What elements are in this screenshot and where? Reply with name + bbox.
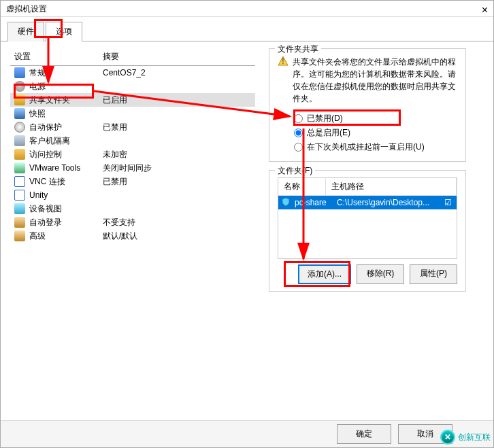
setting-icon xyxy=(14,190,25,201)
tab-bar: 硬件 选项 xyxy=(1,21,493,41)
radio-until-input[interactable] xyxy=(294,143,303,152)
share-group: 文件夹共享 ! 共享文件夹会将您的文件显示给虚拟机中的程序。这可能为您的计算机和… xyxy=(269,48,466,162)
setting-name: 设备视图 xyxy=(29,203,103,215)
setting-icon xyxy=(14,217,25,228)
warning-icon: ! xyxy=(278,56,289,67)
close-icon[interactable]: × xyxy=(482,2,488,18)
folder-buttons: 添加(A)... 移除(R) 属性(P) xyxy=(278,264,457,284)
setting-name: 快照 xyxy=(29,108,103,120)
warning-row: ! 共享文件夹会将您的文件显示给虚拟机中的程序。这可能为您的计算机和数据带来风险… xyxy=(278,56,457,105)
ok-button[interactable]: 确定 xyxy=(337,424,391,444)
folder-name: pc-share xyxy=(295,198,337,207)
window-title: 虚拟机设置 xyxy=(6,4,47,14)
setting-name: 自动登录 xyxy=(29,217,103,228)
setting-name: 访问控制 xyxy=(29,149,103,160)
setting-icon xyxy=(14,108,25,119)
settings-list-header: 设置 摘要 xyxy=(10,48,255,66)
setting-name: 电源 xyxy=(29,81,103,92)
folders-table: 名称 主机路径 pc-share C:\Users\gavin\Desktop.… xyxy=(278,177,457,259)
setting-icon xyxy=(14,67,25,78)
setting-icon xyxy=(14,149,25,160)
setting-item[interactable]: 设备视图 xyxy=(10,202,255,216)
setting-icon xyxy=(14,81,25,92)
setting-item[interactable]: 自动登录不受支持 xyxy=(10,216,255,229)
radio-disabled-input[interactable] xyxy=(294,114,303,123)
setting-summary: 已启用 xyxy=(103,94,251,106)
setting-icon xyxy=(14,94,25,105)
settings-list-panel: 设置 摘要 常规CentOS7_2电源共享文件夹已启用快照自动保护已禁用客户机隔… xyxy=(10,48,255,300)
setting-item[interactable]: 电源 xyxy=(10,80,255,93)
setting-item[interactable]: 访问控制未加密 xyxy=(10,148,255,161)
dialog-footer: 确定 取消 xyxy=(1,420,493,447)
folders-header-name[interactable]: 名称 xyxy=(278,178,326,195)
setting-item[interactable]: 共享文件夹已启用 xyxy=(10,93,255,107)
remove-button[interactable]: 移除(R) xyxy=(357,264,404,284)
properties-button[interactable]: 属性(P) xyxy=(410,264,457,284)
setting-icon xyxy=(14,230,25,241)
setting-item[interactable]: 高级默认/默认 xyxy=(10,229,255,243)
warning-text: 共享文件夹会将您的文件显示给虚拟机中的程序。这可能为您的计算机和数据带来风险。请… xyxy=(293,56,457,105)
tab-options[interactable]: 选项 xyxy=(46,22,82,41)
content-area: 设置 摘要 常规CentOS7_2电源共享文件夹已启用快照自动保护已禁用客户机隔… xyxy=(1,41,493,307)
folders-header: 名称 主机路径 xyxy=(278,178,457,196)
setting-summary: 已禁用 xyxy=(103,122,251,133)
radio-disabled[interactable]: 已禁用(D) xyxy=(278,111,457,126)
watermark-icon: ✕ xyxy=(440,430,455,445)
setting-item[interactable]: 自动保护已禁用 xyxy=(10,120,255,134)
setting-name: 常规 xyxy=(29,67,103,79)
setting-item[interactable]: VMware Tools关闭时间同步 xyxy=(10,161,255,175)
watermark-text: 创新互联 xyxy=(458,432,491,443)
radio-always-enabled[interactable]: 总是启用(E) xyxy=(278,126,457,140)
right-panel: 文件夹共享 ! 共享文件夹会将您的文件显示给虚拟机中的程序。这可能为您的计算机和… xyxy=(269,48,466,300)
watermark: ✕ 创新互联 xyxy=(440,430,491,445)
setting-icon xyxy=(14,135,25,146)
setting-summary: 关闭时间同步 xyxy=(103,162,251,174)
setting-name: VNC 连接 xyxy=(29,176,103,188)
folders-group: 文件夹(F) 名称 主机路径 pc-share C:\Users\gavin\D… xyxy=(269,170,466,292)
add-button[interactable]: 添加(A)... xyxy=(298,264,351,284)
setting-summary: CentOS7_2 xyxy=(103,68,251,77)
shield-icon xyxy=(281,197,292,208)
setting-item[interactable]: Unity xyxy=(10,188,255,202)
setting-name: 高级 xyxy=(29,230,103,242)
folder-path: C:\Users\gavin\Desktop... xyxy=(337,198,442,207)
header-summary: 摘要 xyxy=(103,51,251,63)
setting-name: 共享文件夹 xyxy=(29,94,103,106)
setting-summary: 未加密 xyxy=(103,149,251,160)
tab-hardware[interactable]: 硬件 xyxy=(7,22,44,41)
setting-icon xyxy=(14,203,25,214)
share-group-title: 文件夹共享 xyxy=(275,44,321,55)
setting-icon xyxy=(14,162,25,173)
setting-item[interactable]: VNC 连接已禁用 xyxy=(10,175,255,188)
setting-summary: 不受支持 xyxy=(103,217,251,228)
setting-icon xyxy=(14,176,25,187)
svg-text:!: ! xyxy=(282,56,284,66)
title-bar: 虚拟机设置 × xyxy=(1,1,493,17)
setting-icon xyxy=(14,122,25,133)
radio-until-shutdown[interactable]: 在下次关机或挂起前一直启用(U) xyxy=(278,140,457,154)
setting-item[interactable]: 客户机隔离 xyxy=(10,134,255,148)
radio-always-input[interactable] xyxy=(294,128,303,137)
folders-header-path[interactable]: 主机路径 xyxy=(326,178,457,195)
setting-name: Unity xyxy=(29,190,103,200)
setting-summary: 默认/默认 xyxy=(103,230,251,242)
header-setting: 设置 xyxy=(14,51,103,63)
setting-item[interactable]: 常规CentOS7_2 xyxy=(10,66,255,80)
setting-name: 客户机隔离 xyxy=(29,135,103,147)
setting-name: 自动保护 xyxy=(29,122,103,133)
folder-row[interactable]: pc-share C:\Users\gavin\Desktop... ☑ xyxy=(278,196,457,209)
settings-list: 常规CentOS7_2电源共享文件夹已启用快照自动保护已禁用客户机隔离访问控制未… xyxy=(10,66,255,243)
setting-summary: 已禁用 xyxy=(103,176,251,188)
folders-group-title: 文件夹(F) xyxy=(275,165,315,177)
setting-item[interactable]: 快照 xyxy=(10,107,255,120)
folder-checkbox[interactable]: ☑ xyxy=(442,198,454,207)
setting-name: VMware Tools xyxy=(29,163,103,173)
